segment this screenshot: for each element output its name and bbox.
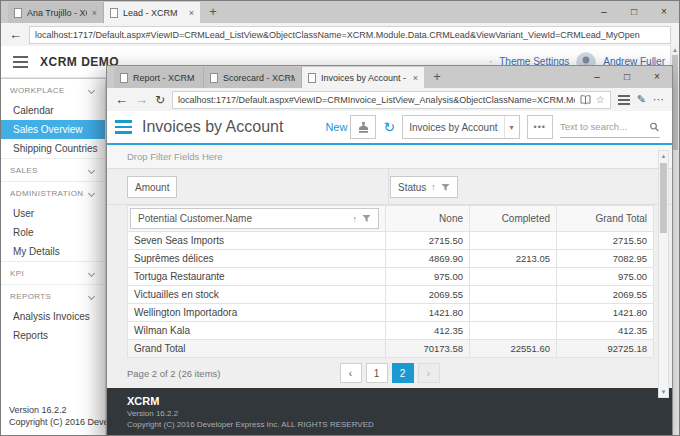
minimize-button[interactable]: – [589, 1, 619, 23]
chevron-down-icon[interactable]: ▾ [504, 116, 519, 138]
chevron-down-icon [88, 293, 95, 300]
inner-window-controls: – □ × [582, 66, 672, 88]
pager-page-1-button[interactable]: 1 [366, 363, 388, 383]
more-options-button[interactable]: ••• [527, 115, 553, 139]
screen: Ana Trujillo - XCRM × Lead - XCRM × + – … [0, 0, 680, 436]
sidebar-section-sales[interactable]: SALES [1, 158, 105, 181]
value-cell: 412.35 [557, 322, 654, 340]
sidebar-item-my-details[interactable]: My Details [1, 242, 105, 261]
hub-icon[interactable] [618, 95, 630, 105]
menu-icon[interactable] [13, 56, 28, 68]
sort-asc-icon[interactable]: ↑ [353, 214, 358, 224]
close-button[interactable]: × [642, 66, 672, 88]
column-header-grand-total[interactable]: Grand Total [557, 206, 654, 232]
new-button[interactable]: New [325, 121, 347, 133]
value-cell: 92725.18 [557, 340, 654, 358]
column-header-completed[interactable]: Completed [470, 206, 557, 232]
url-text: localhost:1717/Default.aspx#ViewID=CRMIn… [178, 95, 575, 105]
sidebar-item-sales-overview[interactable]: Sales Overview [1, 120, 105, 139]
table-row: Seven Seas Imports 2715.50 2715.50 [128, 232, 654, 250]
value-cell: 1421.80 [386, 304, 470, 322]
new-tab-button[interactable]: + [424, 67, 450, 88]
pivot-filter-area[interactable]: Drop Filter Fields Here [107, 145, 672, 169]
inner-address-bar: ← → ↻ localhost:1717/Default.aspx#ViewID… [107, 88, 672, 111]
sort-asc-icon[interactable]: ↑ [431, 182, 436, 192]
page-icon [308, 73, 316, 83]
row-label: Tortuga Restaurante [128, 268, 386, 286]
validate-stamp-button[interactable] [350, 115, 376, 139]
scroll-up-icon[interactable]: ▲ [671, 45, 679, 55]
row-field-button[interactable]: Potential Customer.Name ↑ [130, 208, 379, 229]
refresh-page-icon[interactable]: ↻ [155, 94, 165, 106]
value-cell: 975.00 [557, 268, 654, 286]
value-cell: 2069.55 [386, 286, 470, 304]
filter-icon[interactable] [362, 214, 371, 223]
row-label: Wellington Importadora [128, 304, 386, 322]
favorites-star-icon[interactable]: ☆ [596, 95, 605, 105]
value-cell: 2715.50 [557, 232, 654, 250]
scroll-down-icon[interactable]: ▼ [659, 387, 668, 397]
sidebar-section-administration[interactable]: ADMINISTRATION [1, 181, 105, 204]
pivot-table-wrap: Potential Customer.Name ↑ None Comple [107, 205, 672, 358]
footer-version: Version 16.2.2 [127, 409, 672, 418]
app-footer: XCRM Version 16.2.2 Copyright (C) 2016 D… [107, 388, 672, 436]
tab-close-icon[interactable]: × [413, 73, 418, 83]
web-note-icon[interactable]: ✎ [637, 94, 646, 105]
reading-view-icon[interactable] [580, 95, 591, 105]
pager-prev-button[interactable]: ‹ [340, 363, 362, 383]
forward-icon[interactable]: → [135, 93, 148, 106]
tab-close-icon[interactable]: × [92, 8, 97, 18]
sidebar-item-calendar[interactable]: Calendar [1, 101, 105, 120]
new-tab-button[interactable]: + [200, 2, 226, 23]
refresh-icon[interactable]: ↻ [383, 120, 395, 134]
minimize-button[interactable]: – [582, 66, 612, 88]
column-field-status[interactable]: Status ↑ [390, 176, 458, 198]
browser-tab-lead[interactable]: Lead - XCRM × [104, 2, 200, 23]
search-icon[interactable] [649, 121, 660, 133]
inner-browser-window: Report - XCRM Scorecard - XCRM Invoices … [106, 65, 673, 436]
row-area-header: Potential Customer.Name ↑ [128, 206, 386, 232]
sidebar-item-role[interactable]: Role [1, 223, 105, 242]
sidebar-item-analysis-invoices[interactable]: Analysis Invoices [1, 307, 105, 326]
maximize-button[interactable]: □ [619, 1, 649, 23]
column-header-none[interactable]: None [386, 206, 470, 232]
view-selector-dropdown[interactable]: Invoices by Account ▾ [402, 115, 519, 139]
back-icon[interactable]: ← [9, 28, 22, 41]
sidebar-section-workplace[interactable]: WORKPLACE [1, 79, 105, 101]
sidebar-item-user[interactable]: User [1, 204, 105, 223]
sidebar-item-reports[interactable]: Reports [1, 326, 105, 345]
scroll-up-icon[interactable]: ▲ [659, 151, 668, 161]
maximize-button[interactable]: □ [612, 66, 642, 88]
browser-tab-scorecard[interactable]: Scorecard - XCRM [204, 67, 302, 88]
inner-tabbar: Report - XCRM Scorecard - XCRM Invoices … [107, 66, 672, 88]
sidebar-section-kpi[interactable]: KPI [1, 261, 105, 284]
more-actions-icon[interactable]: ⋯ [653, 94, 664, 105]
sidebar-section-reports[interactable]: REPORTS [1, 284, 105, 307]
drop-filter-hint: Drop Filter Fields Here [127, 151, 223, 162]
scrollbar-thumb[interactable] [660, 163, 667, 233]
browser-tab-invoices-by-account[interactable]: Invoices by Account - X × [302, 67, 424, 88]
back-icon[interactable]: ← [115, 93, 128, 106]
outer-window-controls: – □ × [589, 1, 679, 23]
pager-next-button[interactable]: › [418, 363, 440, 383]
tab-close-icon[interactable]: × [189, 8, 194, 18]
table-row: Wilman Kala 412.35 412.35 [128, 322, 654, 340]
value-cell [470, 322, 557, 340]
value-cell: 7082.95 [557, 250, 654, 268]
table-row: Wellington Importadora 1421.80 1421.80 [128, 304, 654, 322]
data-field-amount[interactable]: Amount [127, 176, 177, 198]
value-cell [470, 232, 557, 250]
filter-icon[interactable] [441, 183, 450, 192]
close-button[interactable]: × [649, 1, 679, 23]
browser-tab-ana-trujillo[interactable]: Ana Trujillo - XCRM × [8, 2, 104, 23]
value-cell: 2213.05 [470, 250, 557, 268]
url-input[interactable]: localhost:1717/Default.aspx#ViewID=CRMIn… [172, 91, 611, 109]
pager-page-2-button[interactable]: 2 [392, 363, 414, 383]
row-label: Suprêmes délices [128, 250, 386, 268]
url-input[interactable]: localhost:1717/Default.aspx#ViewID=CRMLe… [29, 26, 671, 44]
menu-icon[interactable] [115, 120, 132, 134]
sidebar-item-shipping-countries[interactable]: Shipping Countries [1, 139, 105, 158]
browser-tab-report[interactable]: Report - XCRM [114, 67, 204, 88]
search-input[interactable] [560, 121, 649, 132]
page-icon [110, 8, 118, 18]
